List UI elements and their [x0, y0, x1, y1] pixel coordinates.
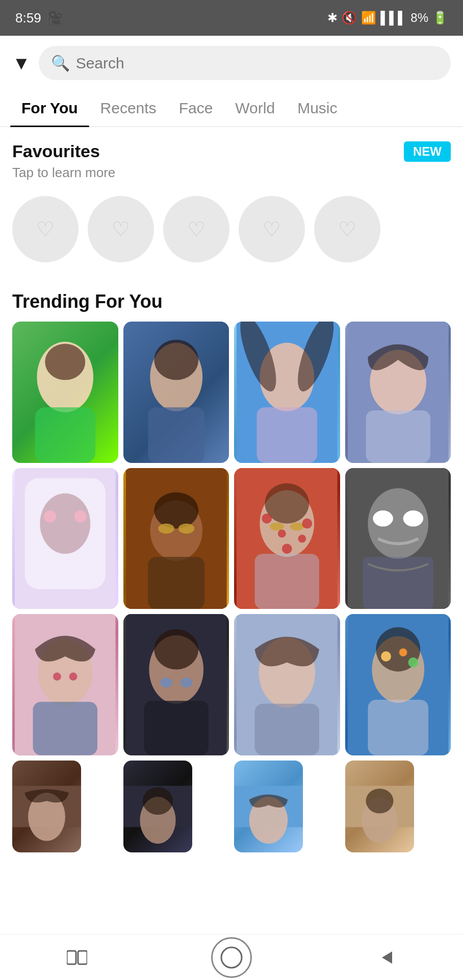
svg-point-24: [178, 523, 194, 533]
svg-rect-8: [256, 407, 317, 463]
svg-point-39: [403, 510, 423, 527]
svg-point-60: [399, 649, 407, 657]
favourites-subtitle[interactable]: Tap to learn more: [12, 165, 451, 181]
home-nav-button[interactable]: [211, 937, 252, 978]
svg-rect-54: [255, 704, 319, 755]
search-area: ▼ 🔍: [0, 36, 463, 90]
wifi-icon: 📶: [361, 11, 376, 25]
grid-item-5[interactable]: [12, 468, 118, 609]
battery-pct: 8%: [410, 11, 428, 25]
grid-item-15[interactable]: [234, 761, 303, 852]
heart-icon-1: ♡: [36, 217, 55, 241]
status-time: 8:59: [15, 10, 41, 26]
fav-circle-1[interactable]: ♡: [12, 196, 79, 262]
grid-item-14[interactable]: [123, 761, 192, 852]
status-right: ✱ 🔇 📶 ▌▌▌ 8% 🔋: [327, 11, 448, 25]
bottom-nav: [0, 934, 463, 980]
svg-point-44: [53, 673, 61, 681]
svg-point-22: [154, 492, 198, 528]
grid-item-13[interactable]: [12, 761, 81, 852]
grid-item-12[interactable]: [345, 614, 451, 755]
heart-icon-2: ♡: [112, 217, 130, 241]
svg-rect-73: [78, 951, 87, 964]
favourites-section: Favourites NEW Tap to learn more ♡ ♡ ♡ ♡…: [0, 127, 463, 281]
svg-point-2: [45, 344, 85, 380]
status-bar: 8:59 🎥 ✱ 🔇 📶 ▌▌▌ 8% 🔋: [0, 0, 463, 36]
svg-rect-1: [35, 407, 95, 463]
grid-item-8[interactable]: [345, 468, 451, 609]
tab-music[interactable]: Music: [286, 90, 348, 126]
trending-title: Trending For You: [8, 291, 455, 312]
svg-point-50: [160, 678, 172, 688]
status-left: 8:59 🎥: [15, 10, 63, 26]
grid-item-6[interactable]: [123, 468, 229, 609]
svg-point-18: [74, 510, 87, 523]
svg-rect-48: [144, 701, 208, 755]
photo-grid: [8, 322, 455, 852]
fav-circle-2[interactable]: ♡: [88, 196, 154, 262]
svg-rect-4: [148, 407, 204, 463]
grid-item-9[interactable]: [12, 614, 118, 755]
grid-item-4[interactable]: [345, 322, 451, 463]
svg-point-66: [142, 787, 172, 815]
search-icon: 🔍: [51, 54, 70, 72]
grid-item-2[interactable]: [123, 322, 229, 463]
tab-world[interactable]: World: [224, 90, 286, 126]
svg-point-29: [270, 522, 284, 530]
mute-icon: 🔇: [342, 11, 357, 25]
grid-item-16[interactable]: [345, 761, 414, 852]
svg-point-35: [298, 534, 306, 543]
svg-point-34: [278, 529, 286, 537]
svg-marker-75: [382, 951, 392, 964]
grid-item-3[interactable]: [234, 322, 340, 463]
svg-point-74: [221, 947, 242, 968]
svg-point-61: [408, 657, 418, 668]
svg-rect-72: [67, 951, 76, 964]
heart-icon-3: ♡: [187, 217, 205, 241]
svg-point-38: [373, 510, 393, 527]
svg-rect-13: [366, 410, 430, 463]
svg-point-17: [44, 510, 56, 523]
heart-icon-5: ♡: [338, 217, 356, 241]
svg-point-30: [290, 522, 304, 530]
back-nav-button[interactable]: [366, 937, 406, 978]
svg-point-45: [69, 673, 78, 681]
svg-point-59: [381, 651, 391, 662]
bluetooth-icon: ✱: [327, 11, 338, 25]
svg-rect-21: [148, 557, 204, 609]
favourites-title: Favourites: [12, 141, 100, 161]
svg-point-5: [154, 340, 198, 380]
svg-point-23: [158, 523, 174, 533]
svg-rect-43: [33, 702, 97, 755]
tab-for-you[interactable]: For You: [10, 90, 89, 126]
heart-icon-4: ♡: [263, 217, 281, 241]
tab-recents[interactable]: Recents: [89, 90, 168, 126]
search-input[interactable]: [76, 55, 439, 72]
svg-rect-40: [363, 557, 433, 609]
svg-point-31: [262, 513, 272, 524]
svg-point-49: [154, 629, 198, 670]
recents-nav-button[interactable]: [57, 937, 97, 978]
battery-icon: 🔋: [432, 11, 448, 25]
favourites-header: Favourites NEW: [12, 141, 451, 162]
new-badge[interactable]: NEW: [404, 141, 451, 162]
dropdown-chevron-icon[interactable]: ▼: [12, 53, 31, 74]
grid-item-7[interactable]: [234, 468, 340, 609]
tab-face[interactable]: Face: [168, 90, 224, 126]
fav-circle-5[interactable]: ♡: [314, 196, 380, 262]
fav-circle-4[interactable]: ♡: [239, 196, 305, 262]
tab-bar: For You Recents Face World Music: [0, 90, 463, 127]
svg-rect-27: [255, 554, 319, 609]
search-bar[interactable]: 🔍: [39, 46, 451, 80]
grid-item-1[interactable]: [12, 322, 118, 463]
favourites-circles: ♡ ♡ ♡ ♡ ♡: [12, 191, 451, 273]
grid-item-10[interactable]: [123, 614, 229, 755]
trending-section: Trending For You: [0, 281, 463, 857]
camera-icon: 🎥: [46, 10, 63, 26]
svg-rect-57: [368, 700, 428, 755]
grid-item-11[interactable]: [234, 614, 340, 755]
svg-point-32: [282, 544, 292, 554]
fav-circle-3[interactable]: ♡: [163, 196, 229, 262]
svg-point-71: [366, 789, 393, 814]
signal-icon: ▌▌▌: [380, 11, 406, 25]
